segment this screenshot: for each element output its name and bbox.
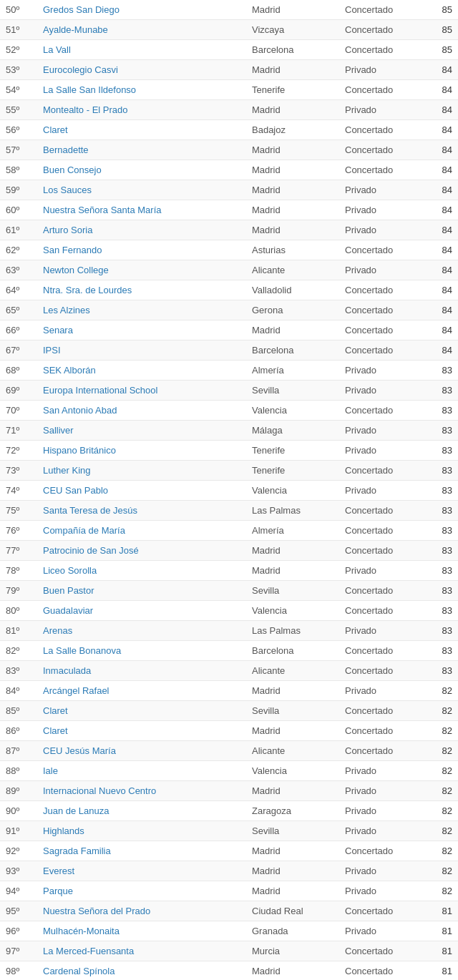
school-name[interactable]: San Antonio Abad [43,405,252,416]
table-row: 82º La Salle Bonanova Barcelona Concerta… [0,641,458,661]
school-name[interactable]: Eurocolegio Casvi [43,64,252,75]
school-name[interactable]: Nuestra Señora Santa María [43,205,252,215]
school-name[interactable]: Claret [43,705,252,716]
city-cell: Barcelona [252,345,345,356]
school-name[interactable]: Salliver [43,425,252,436]
city-cell: Sevilla [252,705,345,716]
school-name[interactable]: Ntra. Sra. de Lourdes [43,285,252,295]
school-name[interactable]: Highlands [43,825,252,836]
school-name[interactable]: Claret [43,124,252,135]
school-name[interactable]: Compañía de María [43,525,252,536]
rank-cell: 73º [6,465,43,476]
score-cell: 83 [424,445,452,456]
type-cell: Concertado [345,44,424,55]
type-cell: Privado [345,785,424,796]
score-cell: 84 [424,104,452,115]
table-row: 61º Arturo Soria Madrid Privado 84 [0,220,458,240]
school-name[interactable]: Europa International School [43,385,252,396]
rank-cell: 53º [6,64,43,75]
school-name[interactable]: Arcángel Rafael [43,685,252,696]
score-cell: 82 [424,846,452,856]
type-cell: Concertado [345,505,424,516]
table-row: 97º La Merced-Fuensanta Murcia Concertad… [0,941,458,961]
school-name[interactable]: Les Alzines [43,305,252,315]
table-row: 55º Montealto - El Prado Madrid Privado … [0,100,458,120]
school-name[interactable]: Cardenal Spínola [43,966,252,976]
school-name[interactable]: Santa Teresa de Jesús [43,505,252,516]
table-row: 62º San Fernando Asturias Concertado 84 [0,240,458,260]
table-row: 79º Buen Pastor Sevilla Concertado 83 [0,581,458,601]
table-row: 89º Internacional Nuevo Centro Madrid Pr… [0,781,458,801]
city-cell: Alicante [252,665,345,676]
school-name[interactable]: Newton College [43,265,252,275]
score-cell: 85 [424,44,452,55]
type-cell: Privado [345,365,424,376]
score-cell: 84 [424,144,452,155]
school-name[interactable]: Liceo Sorolla [43,565,252,576]
rank-cell: 60º [6,205,43,215]
school-name[interactable]: Claret [43,725,252,736]
score-cell: 83 [424,465,452,476]
score-cell: 83 [424,545,452,556]
type-cell: Privado [345,926,424,936]
rank-cell: 80º [6,605,43,616]
type-cell: Privado [345,565,424,576]
school-name[interactable]: Parque [43,886,252,896]
score-cell: 83 [424,485,452,496]
school-name[interactable]: Arturo Soria [43,225,252,235]
city-cell: Madrid [252,886,345,896]
school-name[interactable]: San Fernando [43,245,252,255]
type-cell: Privado [345,205,424,215]
school-name[interactable]: Guadalaviar [43,605,252,616]
school-name[interactable]: La Salle Bonanova [43,645,252,656]
school-name[interactable]: Iale [43,765,252,776]
school-name[interactable]: Gredos San Diego [43,4,252,15]
city-cell: Valladolid [252,285,345,295]
table-row: 67º IPSI Barcelona Concertado 84 [0,340,458,361]
type-cell: Concertado [345,144,424,155]
rank-cell: 91º [6,825,43,836]
school-name[interactable]: Internacional Nuevo Centro [43,785,252,796]
score-cell: 83 [424,605,452,616]
city-cell: Madrid [252,64,345,75]
school-name[interactable]: Mulhacén-Monaita [43,926,252,936]
school-name[interactable]: La Merced-Fuensanta [43,946,252,956]
score-cell: 84 [424,205,452,215]
school-name[interactable]: Patrocinio de San José [43,545,252,556]
score-cell: 82 [424,866,452,876]
school-name[interactable]: La Salle San Ildefonso [43,84,252,95]
type-cell: Concertado [345,585,424,596]
school-name[interactable]: Nuestra Señora del Prado [43,906,252,916]
score-cell: 83 [424,505,452,516]
rank-cell: 67º [6,345,43,356]
school-name[interactable]: Los Sauces [43,185,252,195]
school-name[interactable]: CEU San Pablo [43,485,252,496]
school-name[interactable]: Sagrada Familia [43,846,252,856]
school-name[interactable]: Arenas [43,625,252,636]
school-name[interactable]: Inmaculada [43,665,252,676]
school-name[interactable]: Ayalde-Munabe [43,24,252,35]
city-cell: Las Palmas [252,505,345,516]
city-cell: Sevilla [252,585,345,596]
rank-cell: 78º [6,565,43,576]
school-name[interactable]: CEU Jesús María [43,745,252,756]
score-cell: 82 [424,886,452,896]
school-name[interactable]: IPSI [43,345,252,356]
rank-cell: 68º [6,365,43,376]
school-name[interactable]: Luther King [43,465,252,476]
score-cell: 82 [424,765,452,776]
city-cell: Valencia [252,405,345,416]
school-name[interactable]: SEK Alborán [43,365,252,376]
school-name[interactable]: La Vall [43,44,252,55]
rank-cell: 86º [6,725,43,736]
type-cell: Concertado [345,705,424,716]
school-name[interactable]: Everest [43,866,252,876]
school-name[interactable]: Buen Consejo [43,165,252,175]
school-name[interactable]: Montealto - El Prado [43,104,252,115]
school-name[interactable]: Buen Pastor [43,585,252,596]
city-cell: Madrid [252,165,345,175]
school-name[interactable]: Juan de Lanuza [43,805,252,816]
school-name[interactable]: Senara [43,325,252,335]
school-name[interactable]: Bernadette [43,144,252,155]
school-name[interactable]: Hispano Británico [43,445,252,456]
